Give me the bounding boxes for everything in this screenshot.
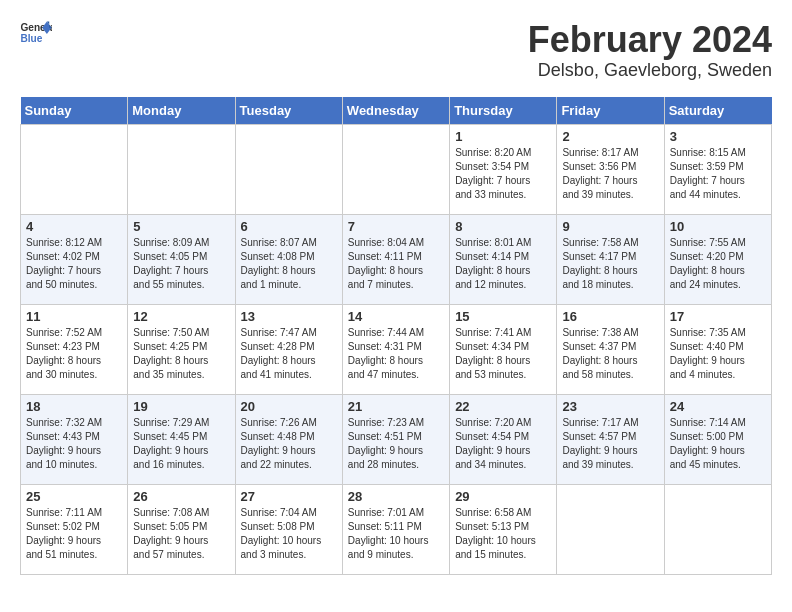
logo: General Blue (20, 20, 52, 48)
main-title: February 2024 (528, 20, 772, 60)
day-info: Sunrise: 8:17 AM Sunset: 3:56 PM Dayligh… (562, 146, 658, 202)
calendar-cell: 29Sunrise: 6:58 AM Sunset: 5:13 PM Dayli… (450, 484, 557, 574)
day-number: 16 (562, 309, 658, 324)
calendar-table: SundayMondayTuesdayWednesdayThursdayFrid… (20, 97, 772, 575)
page-header: General Blue February 2024 Delsbo, Gaevl… (20, 20, 772, 81)
calendar-cell: 9Sunrise: 7:58 AM Sunset: 4:17 PM Daylig… (557, 214, 664, 304)
day-number: 27 (241, 489, 337, 504)
day-info: Sunrise: 7:23 AM Sunset: 4:51 PM Dayligh… (348, 416, 444, 472)
calendar-cell (128, 124, 235, 214)
day-number: 8 (455, 219, 551, 234)
day-info: Sunrise: 7:41 AM Sunset: 4:34 PM Dayligh… (455, 326, 551, 382)
logo-icon: General Blue (20, 20, 52, 48)
day-number: 12 (133, 309, 229, 324)
day-number: 11 (26, 309, 122, 324)
day-number: 23 (562, 399, 658, 414)
day-number: 5 (133, 219, 229, 234)
week-row-3: 11Sunrise: 7:52 AM Sunset: 4:23 PM Dayli… (21, 304, 772, 394)
day-info: Sunrise: 7:11 AM Sunset: 5:02 PM Dayligh… (26, 506, 122, 562)
calendar-cell: 26Sunrise: 7:08 AM Sunset: 5:05 PM Dayli… (128, 484, 235, 574)
calendar-cell: 24Sunrise: 7:14 AM Sunset: 5:00 PM Dayli… (664, 394, 771, 484)
day-number: 25 (26, 489, 122, 504)
day-info: Sunrise: 7:47 AM Sunset: 4:28 PM Dayligh… (241, 326, 337, 382)
day-number: 19 (133, 399, 229, 414)
calendar-cell: 10Sunrise: 7:55 AM Sunset: 4:20 PM Dayli… (664, 214, 771, 304)
week-row-4: 18Sunrise: 7:32 AM Sunset: 4:43 PM Dayli… (21, 394, 772, 484)
svg-text:Blue: Blue (20, 33, 42, 44)
day-number: 21 (348, 399, 444, 414)
calendar-cell (21, 124, 128, 214)
day-info: Sunrise: 7:08 AM Sunset: 5:05 PM Dayligh… (133, 506, 229, 562)
day-info: Sunrise: 7:29 AM Sunset: 4:45 PM Dayligh… (133, 416, 229, 472)
day-info: Sunrise: 8:09 AM Sunset: 4:05 PM Dayligh… (133, 236, 229, 292)
calendar-cell: 13Sunrise: 7:47 AM Sunset: 4:28 PM Dayli… (235, 304, 342, 394)
day-info: Sunrise: 8:15 AM Sunset: 3:59 PM Dayligh… (670, 146, 766, 202)
calendar-cell: 28Sunrise: 7:01 AM Sunset: 5:11 PM Dayli… (342, 484, 449, 574)
day-number: 24 (670, 399, 766, 414)
day-number: 7 (348, 219, 444, 234)
calendar-cell (664, 484, 771, 574)
header-sunday: Sunday (21, 97, 128, 125)
calendar-cell: 11Sunrise: 7:52 AM Sunset: 4:23 PM Dayli… (21, 304, 128, 394)
day-info: Sunrise: 8:07 AM Sunset: 4:08 PM Dayligh… (241, 236, 337, 292)
header-monday: Monday (128, 97, 235, 125)
day-number: 20 (241, 399, 337, 414)
week-row-5: 25Sunrise: 7:11 AM Sunset: 5:02 PM Dayli… (21, 484, 772, 574)
day-number: 13 (241, 309, 337, 324)
day-number: 2 (562, 129, 658, 144)
day-info: Sunrise: 7:52 AM Sunset: 4:23 PM Dayligh… (26, 326, 122, 382)
week-row-1: 1Sunrise: 8:20 AM Sunset: 3:54 PM Daylig… (21, 124, 772, 214)
calendar-cell: 17Sunrise: 7:35 AM Sunset: 4:40 PM Dayli… (664, 304, 771, 394)
day-info: Sunrise: 7:17 AM Sunset: 4:57 PM Dayligh… (562, 416, 658, 472)
day-number: 14 (348, 309, 444, 324)
calendar-cell: 1Sunrise: 8:20 AM Sunset: 3:54 PM Daylig… (450, 124, 557, 214)
day-number: 18 (26, 399, 122, 414)
calendar-cell: 15Sunrise: 7:41 AM Sunset: 4:34 PM Dayli… (450, 304, 557, 394)
day-number: 29 (455, 489, 551, 504)
day-number: 9 (562, 219, 658, 234)
calendar-cell: 21Sunrise: 7:23 AM Sunset: 4:51 PM Dayli… (342, 394, 449, 484)
header-thursday: Thursday (450, 97, 557, 125)
day-info: Sunrise: 8:12 AM Sunset: 4:02 PM Dayligh… (26, 236, 122, 292)
day-info: Sunrise: 7:58 AM Sunset: 4:17 PM Dayligh… (562, 236, 658, 292)
calendar-cell: 27Sunrise: 7:04 AM Sunset: 5:08 PM Dayli… (235, 484, 342, 574)
day-info: Sunrise: 7:20 AM Sunset: 4:54 PM Dayligh… (455, 416, 551, 472)
day-info: Sunrise: 6:58 AM Sunset: 5:13 PM Dayligh… (455, 506, 551, 562)
calendar-cell: 12Sunrise: 7:50 AM Sunset: 4:25 PM Dayli… (128, 304, 235, 394)
header-tuesday: Tuesday (235, 97, 342, 125)
day-info: Sunrise: 7:38 AM Sunset: 4:37 PM Dayligh… (562, 326, 658, 382)
header-wednesday: Wednesday (342, 97, 449, 125)
day-info: Sunrise: 7:50 AM Sunset: 4:25 PM Dayligh… (133, 326, 229, 382)
day-number: 4 (26, 219, 122, 234)
calendar-cell: 25Sunrise: 7:11 AM Sunset: 5:02 PM Dayli… (21, 484, 128, 574)
day-number: 26 (133, 489, 229, 504)
subtitle: Delsbo, Gaevleborg, Sweden (528, 60, 772, 81)
day-number: 15 (455, 309, 551, 324)
calendar-cell: 5Sunrise: 8:09 AM Sunset: 4:05 PM Daylig… (128, 214, 235, 304)
calendar-cell: 14Sunrise: 7:44 AM Sunset: 4:31 PM Dayli… (342, 304, 449, 394)
day-number: 1 (455, 129, 551, 144)
day-number: 10 (670, 219, 766, 234)
calendar-cell: 3Sunrise: 8:15 AM Sunset: 3:59 PM Daylig… (664, 124, 771, 214)
day-number: 6 (241, 219, 337, 234)
day-number: 17 (670, 309, 766, 324)
day-number: 22 (455, 399, 551, 414)
calendar-cell: 22Sunrise: 7:20 AM Sunset: 4:54 PM Dayli… (450, 394, 557, 484)
day-info: Sunrise: 7:04 AM Sunset: 5:08 PM Dayligh… (241, 506, 337, 562)
day-info: Sunrise: 8:01 AM Sunset: 4:14 PM Dayligh… (455, 236, 551, 292)
day-info: Sunrise: 7:26 AM Sunset: 4:48 PM Dayligh… (241, 416, 337, 472)
day-info: Sunrise: 7:44 AM Sunset: 4:31 PM Dayligh… (348, 326, 444, 382)
header-saturday: Saturday (664, 97, 771, 125)
week-row-2: 4Sunrise: 8:12 AM Sunset: 4:02 PM Daylig… (21, 214, 772, 304)
calendar-cell: 2Sunrise: 8:17 AM Sunset: 3:56 PM Daylig… (557, 124, 664, 214)
calendar-cell: 20Sunrise: 7:26 AM Sunset: 4:48 PM Dayli… (235, 394, 342, 484)
day-info: Sunrise: 7:35 AM Sunset: 4:40 PM Dayligh… (670, 326, 766, 382)
calendar-cell: 16Sunrise: 7:38 AM Sunset: 4:37 PM Dayli… (557, 304, 664, 394)
calendar-cell: 8Sunrise: 8:01 AM Sunset: 4:14 PM Daylig… (450, 214, 557, 304)
calendar-cell: 6Sunrise: 8:07 AM Sunset: 4:08 PM Daylig… (235, 214, 342, 304)
day-info: Sunrise: 8:20 AM Sunset: 3:54 PM Dayligh… (455, 146, 551, 202)
day-info: Sunrise: 7:14 AM Sunset: 5:00 PM Dayligh… (670, 416, 766, 472)
calendar-cell: 4Sunrise: 8:12 AM Sunset: 4:02 PM Daylig… (21, 214, 128, 304)
calendar-header-row: SundayMondayTuesdayWednesdayThursdayFrid… (21, 97, 772, 125)
day-info: Sunrise: 7:01 AM Sunset: 5:11 PM Dayligh… (348, 506, 444, 562)
